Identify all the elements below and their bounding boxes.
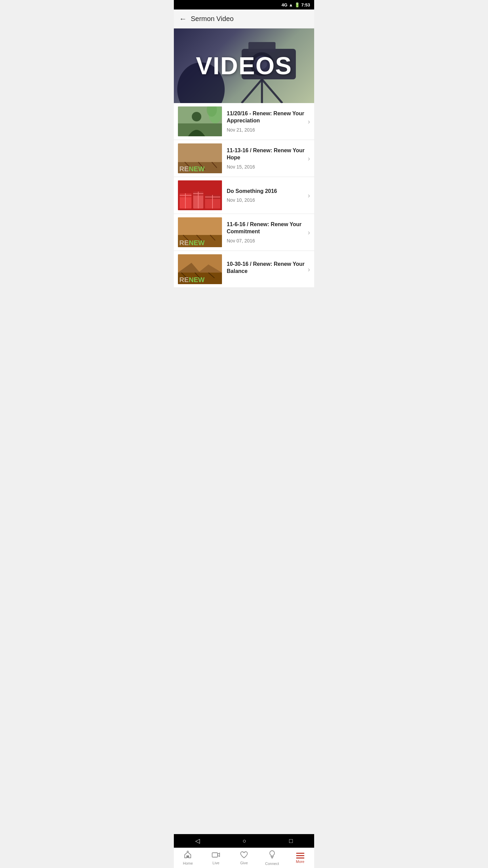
video-date: Nov 07, 2016 — [227, 238, 305, 243]
video-thumbnail: RE NEW — [178, 254, 222, 284]
svg-line-7 — [262, 79, 282, 103]
thumbnail-svg-3 — [178, 180, 222, 210]
hero-banner: VIDEOS — [174, 28, 314, 103]
header: ← Sermon Video — [174, 9, 314, 28]
chevron-icon: › — [308, 265, 310, 273]
svg-line-6 — [242, 79, 262, 103]
svg-text:RE: RE — [179, 165, 189, 173]
video-title: 11/20/16 - Renew: Renew Your Appreciatio… — [227, 110, 305, 124]
video-info: 11-13-16 / Renew: Renew Your Hope Nov 15… — [227, 147, 305, 170]
video-thumbnail: RE NEW — [178, 217, 222, 247]
video-title: Do Something 2016 — [227, 188, 305, 195]
video-list: 11/20/16 - Renew: Renew Your Appreciatio… — [174, 103, 314, 288]
video-item[interactable]: RE NEW 10-30-16 / Renew: Renew Your Bala… — [174, 251, 314, 288]
time-display: 7:53 — [301, 2, 310, 7]
status-bar: 4G ▲ 🔋 7:53 — [174, 0, 314, 9]
video-title: 10-30-16 / Renew: Renew Your Balance — [227, 261, 305, 275]
svg-point-11 — [192, 112, 201, 121]
video-date: Nov 10, 2016 — [227, 197, 305, 203]
video-info: 11-6-16 / Renew: Renew Your Commitment N… — [227, 221, 305, 243]
video-info: Do Something 2016 Nov 10, 2016 — [227, 188, 305, 203]
network-icon: 4G — [282, 2, 287, 7]
svg-text:RE: RE — [179, 239, 189, 246]
video-info: 11/20/16 - Renew: Renew Your Appreciatio… — [227, 110, 305, 133]
video-thumbnail: RE NEW — [178, 143, 222, 173]
video-item[interactable]: RE NEW 11-13-16 / Renew: Renew Your Hope… — [174, 140, 314, 177]
video-date: Nov 15, 2016 — [227, 164, 305, 170]
back-button[interactable]: ← — [179, 15, 187, 23]
video-title: 11-6-16 / Renew: Renew Your Commitment — [227, 221, 305, 235]
video-date: Nov 21, 2016 — [227, 127, 305, 133]
battery-icon: 🔋 — [294, 2, 300, 7]
thumbnail-svg-1 — [178, 106, 222, 136]
thumbnail-svg-5: RE NEW — [178, 254, 222, 284]
chevron-icon: › — [308, 155, 310, 162]
thumbnail-svg-2: RE NEW — [178, 143, 222, 173]
signal-icon: ▲ — [289, 2, 293, 7]
svg-text:NEW: NEW — [189, 165, 205, 173]
svg-text:NEW: NEW — [189, 239, 205, 246]
thumbnail-svg-4: RE NEW — [178, 217, 222, 247]
chevron-icon: › — [308, 192, 310, 199]
video-item[interactable]: RE NEW 11-6-16 / Renew: Renew Your Commi… — [174, 214, 314, 251]
video-thumbnail — [178, 106, 222, 136]
chevron-icon: › — [308, 118, 310, 125]
svg-rect-2 — [248, 42, 276, 52]
video-title: 11-13-16 / Renew: Renew Your Hope — [227, 147, 305, 161]
page-title: Sermon Video — [191, 15, 233, 23]
video-thumbnail — [178, 180, 222, 210]
svg-text:NEW: NEW — [189, 276, 205, 283]
hero-text: VIDEOS — [196, 52, 292, 80]
status-icons: 4G ▲ 🔋 7:53 — [282, 2, 310, 7]
video-item[interactable]: 11/20/16 - Renew: Renew Your Appreciatio… — [174, 103, 314, 140]
svg-text:RE: RE — [179, 276, 189, 283]
video-info: 10-30-16 / Renew: Renew Your Balance — [227, 261, 305, 278]
chevron-icon: › — [308, 229, 310, 236]
video-item[interactable]: Do Something 2016 Nov 10, 2016 › — [174, 177, 314, 214]
